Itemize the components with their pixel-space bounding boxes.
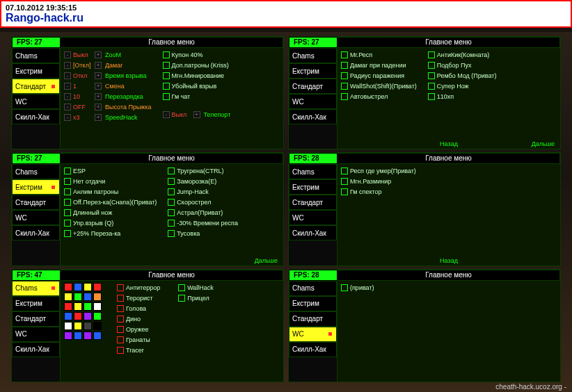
target-row[interactable]: Голова [117, 304, 160, 313]
checkbox-row[interactable]: Гм чат [163, 92, 231, 101]
color-swatch[interactable] [93, 322, 102, 330]
sidebar-tab[interactable]: Екстрим [289, 63, 337, 79]
sidebar-tab[interactable]: Скилл-Хак [289, 342, 337, 357]
sidebar-tab[interactable]: Екстрим [12, 296, 60, 311]
checkbox-row[interactable]: WallHack [178, 283, 214, 293]
checkbox-row[interactable]: Купон 40% [163, 50, 231, 60]
sidebar-tab[interactable]: Екстрим [289, 179, 337, 195]
color-swatch[interactable] [74, 322, 82, 330]
checkbox-row[interactable]: Длинный нож [64, 208, 157, 218]
checkbox-row[interactable]: Заморозка(E) [168, 177, 238, 186]
color-swatch[interactable] [84, 332, 92, 340]
color-swatch[interactable] [93, 302, 102, 311]
color-swatch[interactable] [93, 283, 102, 291]
minus-button[interactable]: - [64, 104, 71, 111]
color-swatch[interactable] [74, 332, 82, 340]
checkbox-row[interactable]: Респ где умер(Приват) [341, 166, 416, 176]
sidebar-tab[interactable]: Стандарт [12, 311, 60, 327]
target-row[interactable]: Терорист [117, 293, 160, 303]
plus-button[interactable]: + [95, 93, 102, 100]
sidebar-tab[interactable]: Екстрим [12, 63, 60, 79]
checkbox-row[interactable]: Дамаг при падении [341, 60, 417, 70]
color-swatch[interactable] [64, 322, 72, 330]
target-row[interactable]: Tracer [117, 345, 160, 355]
color-swatch[interactable] [74, 312, 82, 320]
target-row[interactable]: Гранаты [117, 335, 160, 345]
checkbox-row[interactable]: Радиус паражения [341, 71, 417, 81]
checkbox-row[interactable]: Анлим патроны [64, 187, 157, 197]
checkbox-row[interactable]: Скорострел [168, 197, 238, 207]
color-swatch[interactable] [93, 332, 102, 340]
sidebar-tab[interactable]: WC [289, 210, 337, 225]
color-swatch[interactable] [84, 312, 92, 320]
checkbox-row[interactable]: АнтиКик(Комната) [428, 50, 497, 60]
sidebar-tab[interactable]: Скилл-Хак [12, 225, 60, 240]
minus-button[interactable]: - [64, 72, 71, 79]
sidebar-tab[interactable]: Скилл-Хак [289, 225, 337, 240]
sidebar-tab[interactable]: Chams [12, 281, 60, 296]
checkbox-row[interactable]: WallShot(Shift)(Приват) [341, 81, 417, 91]
plus-button[interactable]: + [95, 51, 102, 58]
nav-next[interactable]: Дальше [532, 140, 555, 147]
minus-button[interactable]: - [64, 51, 71, 58]
sidebar-tab[interactable]: Стандарт [289, 79, 337, 94]
sidebar-tab[interactable]: Стандарт [12, 195, 60, 210]
checkbox-row[interactable]: Автовыстрел [341, 92, 417, 101]
checkbox-row[interactable]: Тусовка [168, 229, 238, 238]
sidebar-tab[interactable]: Стандарт [12, 79, 60, 94]
color-swatch[interactable] [93, 312, 102, 320]
target-row[interactable]: Дино [117, 314, 160, 324]
sidebar-tab[interactable]: Стандарт [289, 195, 337, 210]
checkbox-row[interactable]: Прицел [178, 293, 214, 303]
nav-back[interactable]: Назад [440, 140, 458, 147]
color-swatch[interactable] [84, 283, 92, 291]
sidebar-tab[interactable]: WC [12, 94, 60, 109]
sidebar-tab[interactable]: Екстрим [12, 179, 60, 195]
nav-back[interactable]: Назад [440, 257, 458, 264]
checkbox-row[interactable]: Jump-Hack [168, 187, 238, 197]
checkbox-row[interactable]: Супер Нож [428, 81, 497, 91]
color-swatch[interactable] [74, 293, 82, 301]
plus-button[interactable]: + [193, 111, 200, 118]
color-swatch[interactable] [64, 302, 72, 311]
color-swatch[interactable] [64, 283, 72, 291]
checkbox-row[interactable]: Доп.патроны (Kriss) [163, 60, 231, 70]
checkbox-row[interactable]: Off.Перез-ка(Снапа)(Приват) [64, 197, 157, 207]
sidebar-tab[interactable]: WC [12, 327, 60, 342]
minus-button[interactable]: - [163, 111, 170, 118]
checkbox-row[interactable]: 110хп [428, 92, 497, 101]
color-swatch[interactable] [84, 302, 92, 311]
plus-button[interactable]: + [95, 114, 102, 121]
checkbox-row[interactable]: Мгн.Разминир [341, 177, 416, 186]
sidebar-tab[interactable]: Chams [289, 48, 337, 63]
checkbox-row[interactable]: Подбор Пух [428, 60, 497, 70]
checkbox-row[interactable]: Мг.Респ [341, 50, 417, 60]
minus-button[interactable]: - [64, 83, 71, 90]
checkbox-row[interactable]: Нет отдачи [64, 177, 157, 186]
minus-button[interactable]: - [64, 114, 71, 121]
target-row[interactable]: Оружее [117, 325, 160, 334]
plus-button[interactable]: + [95, 62, 102, 69]
sidebar-tab[interactable]: Chams [12, 48, 60, 63]
checkbox-row[interactable]: -30% Времени респа [168, 218, 238, 228]
checkbox-row[interactable]: Убойный взрыв [163, 81, 231, 91]
sidebar-tab[interactable]: Chams [289, 281, 337, 296]
checkbox-row[interactable]: Астрал(Приват) [168, 208, 238, 218]
sidebar-tab[interactable]: Chams [289, 164, 337, 179]
sidebar-tab[interactable]: WC [289, 94, 337, 109]
checkbox-row[interactable]: +25% Переза-ка [64, 229, 157, 238]
sidebar-tab[interactable]: WC [289, 327, 337, 342]
sidebar-tab[interactable]: WC [12, 210, 60, 225]
minus-button[interactable]: - [64, 62, 71, 69]
color-swatch[interactable] [64, 293, 72, 301]
color-swatch[interactable] [84, 322, 92, 330]
minus-button[interactable]: - [64, 93, 71, 100]
color-swatch[interactable] [93, 293, 102, 301]
color-swatch[interactable] [84, 293, 92, 301]
checkbox-row[interactable]: (приват) [341, 283, 374, 293]
color-swatch[interactable] [64, 332, 72, 340]
sidebar-tab[interactable]: Скилл-Хак [12, 109, 60, 124]
checkbox-row[interactable]: Гм спектор [341, 187, 416, 197]
checkbox-row[interactable]: Мгн.Минирование [163, 71, 231, 81]
checkbox-row[interactable]: ESP [64, 166, 157, 176]
